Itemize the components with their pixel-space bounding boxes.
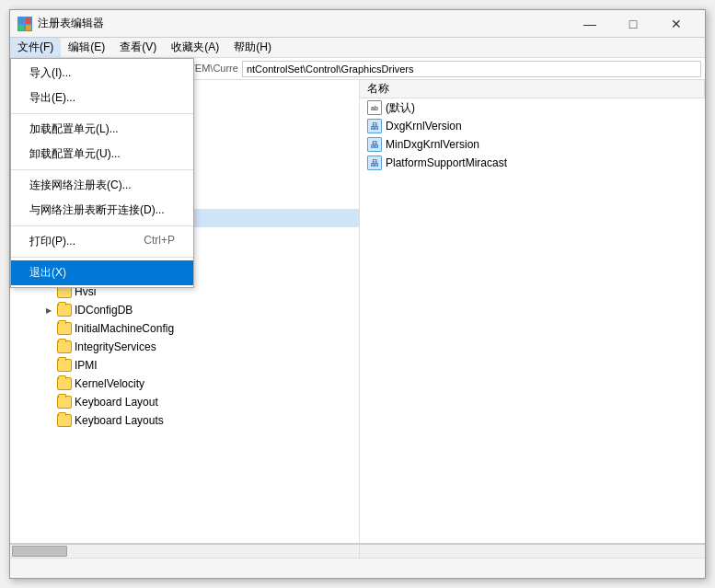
reg-icon-mindxgkrnlversion: 品 <box>367 137 382 152</box>
app-icon <box>17 17 32 31</box>
main-window: 注册表编辑器 — □ ✕ 文件(F) 编辑(E) 查看(V) 收藏夹(A) 帮助… <box>9 9 706 579</box>
right-item-default[interactable]: ab (默认) <box>360 98 705 117</box>
folder-icon-idconfigdb <box>57 304 72 317</box>
folder-icon-keyboardlayouts <box>57 414 72 427</box>
folder-icon-ipmi <box>57 359 72 372</box>
tree-item-idconfigdb[interactable]: ▶ IDConfigDB <box>10 301 359 319</box>
reg-icon-default: ab <box>367 100 382 115</box>
menu-bar: 文件(F) 编辑(E) 查看(V) 收藏夹(A) 帮助(H) 导入(I)... … <box>10 38 705 58</box>
tree-label-keyboardlayout: Keyboard Layout <box>75 396 158 409</box>
reg-icon-dxgkrnlversion: 品 <box>367 119 382 133</box>
close-button[interactable]: ✕ <box>655 10 698 38</box>
tree-item-ipmi[interactable]: ▶ IPMI <box>10 356 359 375</box>
menu-item-view[interactable]: 查看(V) <box>112 38 164 57</box>
tree-label-kernelvelocity: KernelVelocity <box>75 377 144 390</box>
tree-label-ipmi: IPMI <box>75 359 98 372</box>
menu-sep1 <box>11 113 193 114</box>
menu-item-file[interactable]: 文件(F) <box>10 38 61 57</box>
folder-icon-keyboardlayout <box>57 396 72 409</box>
reg-icon-platformsupportmiracast: 品 <box>367 156 382 170</box>
file-dropdown-menu: 导入(I)... 导出(E)... 加载配置单元(L)... 卸载配置单元(U)… <box>10 58 194 288</box>
tree-item-integrityservices[interactable]: ▶ IntegrityServices <box>10 338 359 356</box>
tree-item-keyboardlayout[interactable]: ▶ Keyboard Layout <box>10 393 359 411</box>
title-bar-buttons: — □ ✕ <box>569 10 698 38</box>
right-item-name-default: (默认) <box>386 100 415 116</box>
menu-load-hive[interactable]: 加载配置单元(L)... <box>11 117 193 142</box>
right-panel: 名称 ab (默认) 品 DxgKrnlVersion <box>360 80 705 543</box>
status-bar <box>10 558 705 578</box>
menu-sep4 <box>11 257 193 258</box>
window-title: 注册表编辑器 <box>38 16 569 31</box>
right-item-dxgkrnlversion[interactable]: 品 DxgKrnlVersion <box>360 117 705 135</box>
svg-rect-1 <box>26 17 31 23</box>
bottom-scroll-area <box>10 543 705 558</box>
menu-sep3 <box>11 225 193 226</box>
menu-export[interactable]: 导出(E)... <box>11 86 193 110</box>
right-item-platformsupportmiracast[interactable]: 品 PlatformSupportMiracast <box>360 154 705 172</box>
menu-item-favorites[interactable]: 收藏夹(A) <box>164 38 226 57</box>
folder-icon-integrityservices <box>57 340 72 353</box>
minimize-button[interactable]: — <box>569 10 611 38</box>
column-header-name[interactable]: 名称 <box>360 80 705 98</box>
menu-sep2 <box>11 169 193 170</box>
svg-rect-2 <box>18 25 24 30</box>
menu-print[interactable]: 打印(P)... Ctrl+P <box>11 229 193 254</box>
tree-item-initialmachineconfig[interactable]: ▶ InitialMachineConfig <box>10 319 359 338</box>
svg-rect-3 <box>26 25 31 30</box>
tree-label-initialmachineconfig: InitialMachineConfig <box>75 322 174 335</box>
svg-rect-0 <box>18 17 24 23</box>
menu-import[interactable]: 导入(I)... <box>11 61 193 86</box>
right-item-name-mindxgkrnlversion: MinDxgKrnlVersion <box>386 138 479 151</box>
tree-item-kernelvelocity[interactable]: ▶ KernelVelocity <box>10 375 359 393</box>
tree-item-keyboardlayouts[interactable]: ▶ Keyboard Layouts <box>10 411 359 430</box>
right-item-name-dxgkrnlversion: DxgKrnlVersion <box>386 120 462 133</box>
menu-item-edit[interactable]: 编辑(E) <box>61 38 112 57</box>
menu-connect[interactable]: 连接网络注册表(C)... <box>11 173 193 198</box>
menu-exit[interactable]: 退出(X) <box>11 260 193 285</box>
title-bar: 注册表编辑器 — □ ✕ <box>10 10 705 38</box>
menu-item-help[interactable]: 帮助(H) <box>226 38 279 57</box>
tree-label-keyboardlayouts: Keyboard Layouts <box>75 414 164 427</box>
folder-icon-kernelvelocity <box>57 377 72 390</box>
right-item-mindxgkrnlversion[interactable]: 品 MinDxgKrnlVersion <box>360 135 705 154</box>
address-value[interactable]: ntControlSet\Control\GraphicsDrivers <box>247 63 414 75</box>
tree-label-idconfigdb: IDConfigDB <box>75 304 133 317</box>
menu-unload-hive[interactable]: 卸载配置单元(U)... <box>11 142 193 167</box>
bottom-scroll-right[interactable] <box>360 544 705 558</box>
folder-icon-initialmachineconfig <box>57 322 72 335</box>
right-item-name-platformsupportmiracast: PlatformSupportMiracast <box>386 156 507 169</box>
expand-icon-idconfigdb[interactable]: ▶ <box>43 305 54 316</box>
menu-disconnect[interactable]: 与网络注册表断开连接(D)... <box>11 198 193 223</box>
maximize-button[interactable]: □ <box>612 10 654 38</box>
tree-label-integrityservices: IntegrityServices <box>75 340 156 353</box>
bottom-scroll-left[interactable] <box>10 544 360 558</box>
right-scroll[interactable]: ab (默认) 品 DxgKrnlVersion 品 MinDxgKr <box>360 98 705 543</box>
right-panel-header: 名称 <box>360 80 705 98</box>
